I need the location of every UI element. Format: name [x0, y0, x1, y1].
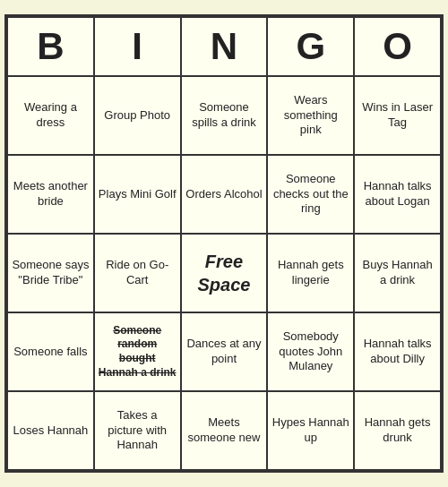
cell-text: Someone falls — [13, 345, 87, 360]
bingo-cell-3[interactable]: Wears something pink — [267, 76, 354, 155]
bingo-cell-6[interactable]: Plays Mini Golf — [94, 155, 181, 234]
cell-text: Ride on Go-Cart — [99, 258, 177, 288]
cell-text: Hannah talks about Dilly — [358, 337, 436, 367]
bingo-cell-14[interactable]: Buys Hannah a drink — [354, 234, 441, 312]
cell-text: Orders Alcohol — [185, 187, 262, 202]
bingo-cell-21[interactable]: Takes a picture with Hannah — [94, 391, 181, 470]
header-letter: N — [181, 17, 268, 76]
bingo-cell-23[interactable]: Hypes Hannah up — [267, 391, 354, 470]
bingo-cell-5[interactable]: Meets another bride — [7, 155, 94, 234]
cell-text: Takes a picture with Hannah — [99, 408, 177, 454]
cell-text: Meets another bride — [12, 179, 90, 209]
cell-text: Group Photo — [104, 108, 170, 124]
cell-text: Someone spills a drink — [185, 100, 263, 131]
cell-text: Hannah talks about Logan — [358, 179, 436, 209]
header-letter: G — [267, 17, 354, 76]
bingo-cell-15[interactable]: Someone falls — [7, 312, 94, 391]
cell-text: Hypes Hannah up — [271, 415, 349, 446]
bingo-cell-19[interactable]: Hannah talks about Dilly — [354, 312, 441, 391]
cell-text: Wins in Laser Tag — [358, 100, 436, 131]
cell-text: Wearing a dress — [12, 100, 90, 131]
bingo-cell-16[interactable]: Someone random bought Hannah a drink — [94, 312, 181, 391]
cell-text: Someone says "Bride Tribe" — [12, 258, 90, 288]
header-letter: B — [7, 17, 94, 76]
cell-text: Someone random bought Hannah a drink — [99, 324, 177, 380]
bingo-cell-7[interactable]: Orders Alcohol — [181, 155, 268, 234]
cell-text: Loses Hannah — [13, 423, 88, 439]
bingo-cell-10[interactable]: Someone says "Bride Tribe" — [7, 234, 94, 312]
bingo-cell-2[interactable]: Someone spills a drink — [181, 76, 268, 155]
bingo-cell-0[interactable]: Wearing a dress — [7, 76, 94, 155]
bingo-header: BINGO — [7, 17, 441, 76]
cell-text: Free Space — [185, 250, 263, 296]
bingo-grid: Wearing a dressGroup PhotoSomeone spills… — [7, 76, 441, 470]
bingo-cell-1[interactable]: Group Photo — [94, 76, 181, 155]
cell-text: Meets someone new — [185, 415, 263, 446]
bingo-cell-9[interactable]: Hannah talks about Logan — [354, 155, 441, 234]
cell-text: Someone checks out the ring — [271, 172, 349, 218]
bingo-cell-20[interactable]: Loses Hannah — [7, 391, 94, 470]
bingo-cell-13[interactable]: Hannah gets lingerie — [267, 234, 354, 312]
header-letter: I — [94, 17, 181, 76]
bingo-cell-8[interactable]: Someone checks out the ring — [267, 155, 354, 234]
bingo-cell-11[interactable]: Ride on Go-Cart — [94, 234, 181, 312]
header-letter: O — [354, 17, 441, 76]
bingo-card: BINGO Wearing a dressGroup PhotoSomeone … — [4, 14, 444, 473]
bingo-cell-24[interactable]: Hannah gets drunk — [354, 391, 441, 470]
cell-text: Buys Hannah a drink — [358, 258, 436, 288]
cell-text: Hannah gets drunk — [358, 415, 436, 446]
cell-text: Wears something pink — [271, 93, 349, 139]
bingo-cell-12[interactable]: Free Space — [181, 234, 268, 312]
bingo-cell-18[interactable]: Somebody quotes John Mulaney — [267, 312, 354, 391]
cell-text: Plays Mini Golf — [99, 187, 177, 202]
cell-text: Hannah gets lingerie — [271, 258, 349, 288]
bingo-cell-22[interactable]: Meets someone new — [181, 391, 268, 470]
cell-text: Dances at any point — [185, 337, 263, 367]
bingo-cell-4[interactable]: Wins in Laser Tag — [354, 76, 441, 155]
bingo-cell-17[interactable]: Dances at any point — [181, 312, 268, 391]
cell-text: Somebody quotes John Mulaney — [271, 329, 349, 375]
